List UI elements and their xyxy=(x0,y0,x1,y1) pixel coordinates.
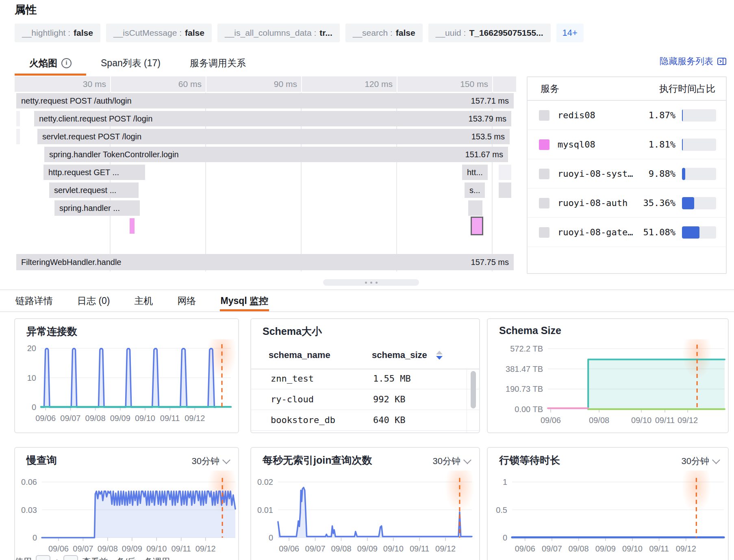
detail-tab-5[interactable]: Mysql 监控 xyxy=(220,290,269,311)
tag-key: __uuid : xyxy=(436,28,466,38)
svg-text:09/06: 09/06 xyxy=(48,544,69,553)
svg-text:0: 0 xyxy=(503,533,507,542)
svg-text:09/07: 09/07 xyxy=(60,414,80,423)
flame-span[interactable]: s... xyxy=(465,182,485,198)
svg-text:09/08: 09/08 xyxy=(589,416,609,425)
service-exec-percent: 51.08% xyxy=(636,227,675,237)
service-exec-percent: 1.87% xyxy=(636,110,675,120)
svg-text:09/12: 09/12 xyxy=(678,416,698,425)
row-lock-wait-card: 行锁等待时长 30分钟 00.5109/0609/0709/0809/0909/… xyxy=(487,447,729,560)
schema-size-cell: 640 KB xyxy=(373,410,405,430)
exec-percent-bar-fill xyxy=(682,109,683,122)
flame-span[interactable]: http.request GET ... xyxy=(43,165,145,180)
service-row[interactable]: ruoyi-08-gate…51.08% xyxy=(528,218,726,247)
service-exec-percent: 9.88% xyxy=(636,169,675,179)
flame-span[interactable] xyxy=(130,218,135,234)
svg-text:09/12: 09/12 xyxy=(185,414,205,423)
sort-icon[interactable] xyxy=(436,351,443,360)
flame-footer-span[interactable]: FilteringWebHandler.handle157.75 ms xyxy=(16,254,514,270)
chevron-down-icon xyxy=(463,456,471,464)
chevron-down-icon xyxy=(222,456,230,464)
flame-span[interactable] xyxy=(499,182,511,198)
hide-service-list-link[interactable]: 隐藏服务列表 xyxy=(660,55,727,67)
trace-tab-1[interactable]: 火焰图i xyxy=(15,50,86,76)
row-lock-wait-chart: 00.5109/0609/0709/0809/0909/1009/1109/12 xyxy=(488,471,728,560)
panel-resize-handle[interactable] xyxy=(323,279,419,286)
time-axis-cell xyxy=(493,76,516,92)
service-name: mysql08 xyxy=(558,139,636,150)
flame-span[interactable]: spring.handler TokenController.login151.… xyxy=(44,147,508,162)
flame-span[interactable]: netty.request POST /auth/login157.71 ms xyxy=(16,93,514,109)
detail-tab-3[interactable]: 主机 xyxy=(134,290,154,311)
time-range-select[interactable]: 30分钟 xyxy=(433,455,470,467)
service-row[interactable]: ruoyi-08-syst…9.88% xyxy=(528,159,726,189)
attribute-tag: __isCutMessage :false xyxy=(106,24,212,42)
service-row[interactable]: redis081.87% xyxy=(528,101,726,130)
flame-span[interactable]: servlet.request ... xyxy=(49,182,139,198)
handle-dot xyxy=(370,282,372,284)
hint-prefix: 使用 xyxy=(15,556,32,560)
service-name: redis08 xyxy=(558,110,636,120)
service-color-swatch xyxy=(539,227,549,238)
span-label: servlet.request ... xyxy=(54,182,116,198)
schema-table-row[interactable]: znn_test1.55 MB xyxy=(251,369,479,389)
detail-tab-1[interactable]: 链路详情 xyxy=(15,290,54,311)
attribute-tag: __search :false xyxy=(345,24,423,42)
time-axis-cell: 30 ms xyxy=(15,76,110,92)
time-axis-cell: 90 ms xyxy=(206,76,301,92)
time-axis-cell: 60 ms xyxy=(111,76,206,92)
detail-tab-4[interactable]: 网络 xyxy=(177,290,197,311)
span-label: htt... xyxy=(467,165,483,180)
flame-span[interactable] xyxy=(468,200,482,216)
flame-span[interactable]: servlet.request POST /login153.5 ms xyxy=(37,129,510,144)
flame-span[interactable]: netty.client.request POST /login153.79 m… xyxy=(34,111,511,126)
detail-tab-2[interactable]: 日志 (0) xyxy=(76,290,111,311)
exec-time-column-header: 执行时间占比 xyxy=(659,82,715,95)
span-duration: 153.5 ms xyxy=(471,129,505,144)
detail-tab-label: 主机 xyxy=(135,295,153,307)
span-duration: 157.75 ms xyxy=(471,254,509,270)
scrollbar-thumb[interactable] xyxy=(471,371,476,408)
service-row[interactable]: ruoyi-08-auth35.36% xyxy=(528,189,726,218)
span-label: FilteringWebHandler.handle xyxy=(21,254,121,270)
schema-name-column-header: schema_name xyxy=(269,342,330,369)
svg-text:09/10: 09/10 xyxy=(622,544,643,553)
flame-span[interactable] xyxy=(471,217,483,235)
exec-percent-bar-track xyxy=(682,226,716,239)
flame-span[interactable] xyxy=(16,129,20,144)
svg-text:0.5: 0.5 xyxy=(496,506,507,514)
time-range-select[interactable]: 30分钟 xyxy=(192,455,229,467)
collapse-panel-icon xyxy=(717,56,727,66)
flame-span[interactable] xyxy=(16,111,20,126)
svg-text:0.01: 0.01 xyxy=(257,506,273,514)
svg-text:09/10: 09/10 xyxy=(135,414,155,423)
schema-name-cell: ry-cloud xyxy=(271,389,314,410)
key-icon xyxy=(63,555,78,560)
svg-text:09/06: 09/06 xyxy=(279,544,299,553)
flame-span[interactable] xyxy=(499,165,511,180)
schema-table-row[interactable]: bookstore_db640 KB xyxy=(251,410,479,431)
schema_size_chart-svg: 0.00 TB190.73 TB381.47 TB572.2 TB09/0609… xyxy=(488,339,729,433)
svg-text:09/10: 09/10 xyxy=(146,544,167,553)
trace-tab-2[interactable]: Span列表 (17) xyxy=(86,50,175,76)
svg-text:09/07: 09/07 xyxy=(73,544,93,553)
flame-span[interactable]: htt... xyxy=(462,165,488,180)
time-range-select[interactable]: 30分钟 xyxy=(682,455,719,467)
service-row[interactable]: mysql081.81% xyxy=(528,130,726,159)
trace-tab-3[interactable]: 服务调用关系 xyxy=(175,50,261,76)
schema-table-row[interactable]: ft400 KB xyxy=(251,431,479,432)
detail-tab-label: 链路详情 xyxy=(15,295,53,307)
schema-size-cell: 400 KB xyxy=(373,431,405,432)
flame-span[interactable]: spring.handler ... xyxy=(54,200,140,216)
more-tags-badge[interactable]: 14+ xyxy=(556,24,584,42)
time-range-label: 30分钟 xyxy=(682,455,709,467)
schema-size-column-header[interactable]: schema_size xyxy=(372,342,427,369)
svg-text:572.2 TB: 572.2 TB xyxy=(510,344,543,353)
hint-suffix: 查看前一条/后一条调用 xyxy=(82,556,170,560)
svg-text:09/06: 09/06 xyxy=(515,544,535,553)
svg-text:09/06: 09/06 xyxy=(35,414,56,423)
svg-text:09/09: 09/09 xyxy=(595,544,616,553)
schema-table-row[interactable]: ry-cloud992 KB xyxy=(251,389,479,410)
svg-text:09/08: 09/08 xyxy=(98,544,118,553)
svg-text:09/07: 09/07 xyxy=(305,544,326,553)
